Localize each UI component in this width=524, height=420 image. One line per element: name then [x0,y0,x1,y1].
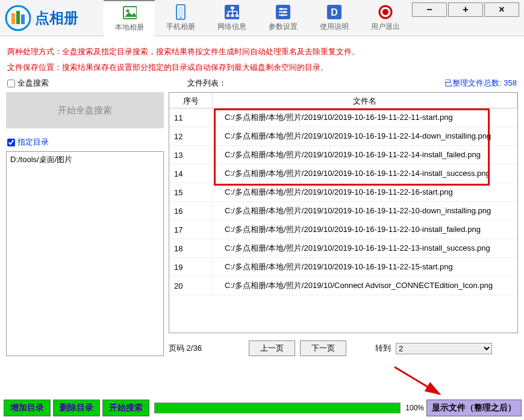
header-num: 序号 [169,93,213,108]
cell-num: 15 [169,185,213,200]
left-panel: 开始全盘搜索 指定目录 D:/tools/桌面/图片 [6,92,164,356]
svg-text:D: D [331,7,338,17]
logo-text: 点相册 [35,8,78,28]
content-area: 两种处理方式：全盘搜索及指定目录搜索，搜索结果将按文件生成时间自动处理重名及去除… [0,36,524,362]
main-area: 开始全盘搜索 指定目录 D:/tools/桌面/图片 序号 文件名 11C:/多… [6,92,518,356]
tab-local[interactable]: 本地相册 [104,0,155,36]
svg-point-8 [179,16,181,18]
cell-name: C:/多点相册/本地/照片/2019/10/2019-10-16-19-11-2… [213,202,517,219]
table-row[interactable]: 17C:/多点相册/本地/照片/2019/10/2019-10-16-19-11… [169,221,517,239]
svg-point-28 [382,9,388,15]
info-line-1: 两种处理方式：全盘搜索及指定目录搜索，搜索结果将按文件生成时间自动处理重名及去除… [7,46,517,58]
params-icon [276,5,290,19]
start-search-button[interactable]: 开始搜索 [102,400,149,416]
maximize-button[interactable]: + [448,2,483,17]
tab-label: 手机相册 [166,22,195,32]
cell-num: 18 [169,241,213,256]
table-body: 11C:/多点相册/本地/照片/2019/10/2019-10-16-19-11… [169,108,517,295]
exit-icon [378,5,393,19]
goto-select[interactable]: 2 [396,343,492,354]
app-logo: 点相册 9.c [0,0,104,36]
specify-dir-checkbox-label[interactable]: 指定目录 [7,137,163,148]
cell-name: C:/多点相册/本地/照片/2019/10/Connect Advisor_CO… [213,277,517,294]
progress-percent: 100% [405,404,424,412]
phone-icon [173,5,188,19]
prev-page-button[interactable]: 上一页 [249,340,295,356]
cell-num: 13 [169,148,213,163]
specify-dir-text: 指定目录 [17,137,49,148]
cell-name: C:/多点相册/本地/照片/2019/10/2019-10-16-19-11-2… [213,240,517,257]
cell-name: C:/多点相册/本地/照片/2019/10/2019-10-16-19-11-2… [213,165,517,182]
progress-bar [154,403,401,413]
table-row[interactable]: 12C:/多点相册/本地/照片/2019/10/2019-10-16-19-11… [169,127,517,146]
svg-rect-14 [231,7,234,9]
table-row[interactable]: 16C:/多点相册/本地/照片/2019/10/2019-10-16-19-11… [169,202,517,221]
svg-rect-1 [11,13,15,24]
svg-rect-16 [231,14,234,17]
full-search-checkbox[interactable] [7,80,15,87]
delete-dir-button[interactable]: 删除目录 [53,400,100,416]
specify-dir-checkbox[interactable] [7,139,15,146]
header-name: 文件名 [213,93,517,108]
cell-num: 11 [169,110,213,125]
cell-name: C:/多点相册/本地/照片/2019/10/2019-10-16-19-11-2… [213,146,517,163]
tab-params[interactable]: 参数设置 [257,0,308,36]
cell-num: 12 [169,129,213,144]
table-row[interactable]: 15C:/多点相册/本地/照片/2019/10/2019-10-16-19-11… [169,183,517,202]
file-list-label: 文件列表： [187,78,226,89]
table-row[interactable]: 14C:/多点相册/本地/照片/2019/10/2019-10-16-19-11… [169,165,517,183]
table-row[interactable]: 11C:/多点相册/本地/照片/2019/10/2019-10-16-19-11… [169,108,517,127]
logo-icon [5,5,31,31]
svg-rect-15 [226,14,229,17]
tab-label: 用户退出 [371,22,400,32]
directory-path[interactable]: D:/tools/桌面/图片 [10,154,160,165]
window-controls: − + × [411,0,524,36]
svg-line-29 [395,367,440,394]
tab-exit[interactable]: 用户退出 [360,0,411,36]
svg-point-22 [280,8,282,10]
full-search-checkbox-label[interactable]: 全盘搜索 [7,78,49,89]
full-disk-search-button[interactable]: 开始全盘搜索 [6,92,164,128]
close-button[interactable]: × [484,2,519,17]
bottom-bar: 增加目录 删除目录 开始搜索 100% 显示文件（整理之后） [4,400,522,416]
table-row[interactable]: 20C:/多点相册/本地/照片/2019/10/Connect Advisor_… [169,277,517,295]
minimize-button[interactable]: − [412,2,447,17]
tab-help[interactable]: D使用说明 [308,0,360,36]
full-search-text: 全盘搜索 [17,78,49,89]
file-count-label: 已整理文件总数: 358 [444,78,517,89]
logo-watermark: 9.c [30,17,40,25]
next-page-button[interactable]: 下一页 [300,340,346,356]
show-files-button[interactable]: 显示文件（整理之后） [426,400,522,416]
directory-list[interactable]: D:/tools/桌面/图片 [6,151,164,356]
svg-rect-7 [178,7,184,16]
right-panel: 序号 文件名 11C:/多点相册/本地/照片/2019/10/2019-10-1… [169,92,518,356]
add-dir-button[interactable]: 增加目录 [4,400,51,416]
table-header: 序号 文件名 [169,93,517,108]
cell-num: 19 [169,260,213,275]
cell-num: 14 [169,166,213,181]
arrow-annotation [391,364,452,402]
tab-label: 参数设置 [269,22,298,32]
pagination: 页码 2/36 上一页 下一页 转到 2 [169,340,518,356]
controls-row: 全盘搜索 文件列表： 已整理文件总数: 358 [7,78,517,89]
svg-rect-3 [21,14,25,24]
info-line-2: 文件保存位置：搜索结果保存在设置部分指定的目录或自动保存到最大磁盘剩余空间的目录… [7,61,517,74]
network-icon [225,5,239,19]
cell-name: C:/多点相册/本地/照片/2019/10/2019-10-16-19-11-2… [213,259,517,275]
image-icon [122,5,137,20]
table-row[interactable]: 18C:/多点相册/本地/照片/2019/10/2019-10-16-19-11… [169,239,517,258]
svg-point-24 [281,14,284,16]
svg-rect-17 [235,14,239,17]
file-table: 序号 文件名 11C:/多点相册/本地/照片/2019/10/2019-10-1… [169,92,518,333]
page-label: 页码 2/36 [169,343,202,354]
tab-phone[interactable]: 手机相册 [155,0,206,36]
tab-network[interactable]: 网络信息 [206,0,257,36]
cell-num: 16 [169,204,213,219]
cell-num: 17 [169,222,213,237]
goto-label: 转到 [375,343,391,354]
svg-rect-2 [16,11,20,24]
help-icon: D [327,5,342,19]
table-row[interactable]: 13C:/多点相册/本地/照片/2019/10/2019-10-16-19-11… [169,146,517,165]
svg-point-23 [284,11,286,13]
table-row[interactable]: 19C:/多点相册/本地/照片/2019/10/2019-10-16-19-11… [169,258,517,277]
